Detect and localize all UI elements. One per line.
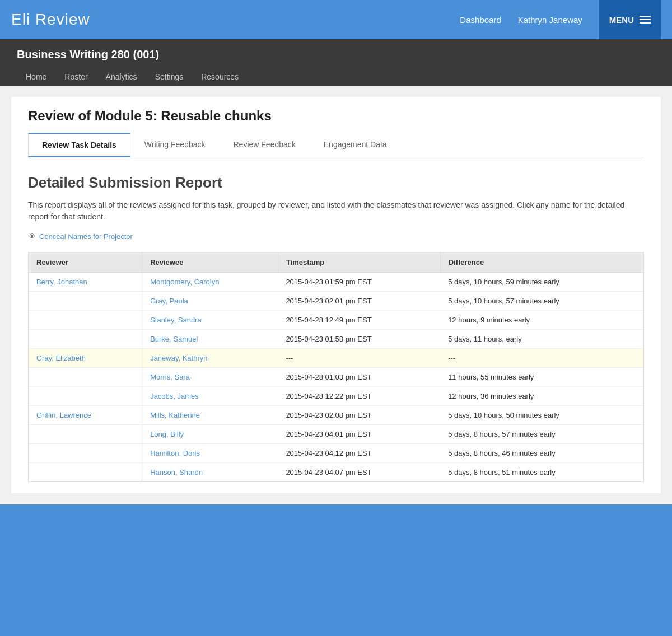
hamburger-icon: [640, 16, 651, 24]
reviewer-cell: Gray, Elizabeth: [29, 349, 142, 368]
reviewee-link[interactable]: Morris, Sara: [150, 373, 190, 381]
timestamp-cell: 2015-04-23 04:12 pm EST: [278, 444, 440, 463]
reviewer-cell: [29, 425, 142, 444]
reviewer-cell: [29, 463, 142, 482]
tab-engagement-data[interactable]: Engagement Data: [310, 133, 401, 157]
course-section: Business Writing 280 (001) Home Roster A…: [0, 39, 672, 86]
nav-resources[interactable]: Resources: [192, 68, 248, 86]
reviewee-link[interactable]: Montgomery, Carolyn: [150, 278, 219, 286]
report-description: This report displays all of the reviews …: [28, 199, 644, 223]
reviewee-link[interactable]: Hanson, Sharon: [150, 468, 203, 476]
conceal-names-label: Conceal Names for Projector: [39, 232, 133, 241]
difference-cell: 5 days, 10 hours, 50 minutes early: [440, 406, 643, 425]
reviewee-cell: Janeway, Kathryn: [142, 349, 278, 368]
reviewee-cell: Montgomery, Carolyn: [142, 273, 278, 292]
user-link[interactable]: Kathryn Janeway: [518, 15, 582, 25]
reviewee-cell: Hanson, Sharon: [142, 463, 278, 482]
reviewer-cell: [29, 444, 142, 463]
dashboard-link[interactable]: Dashboard: [460, 15, 501, 25]
table-row: Gray, Paula2015-04-23 02:01 pm EST5 days…: [29, 292, 644, 311]
nav-settings[interactable]: Settings: [146, 68, 193, 86]
timestamp-cell: 2015-04-23 01:58 pm EST: [278, 330, 440, 349]
reviewee-cell: Morris, Sara: [142, 368, 278, 387]
course-nav: Home Roster Analytics Settings Resources: [17, 68, 655, 86]
col-difference: Difference: [440, 252, 643, 273]
main-content: Review of Module 5: Reusable chunks Revi…: [0, 86, 672, 504]
reviewee-cell: Mills, Katherine: [142, 406, 278, 425]
table-row: Berry, JonathanMontgomery, Carolyn2015-0…: [29, 273, 644, 292]
app-logo: Eli Review: [11, 11, 90, 29]
tab-review-task-details[interactable]: Review Task Details: [28, 133, 130, 157]
difference-cell: 11 hours, 55 minutes early: [440, 368, 643, 387]
timestamp-cell: 2015-04-23 04:01 pm EST: [278, 425, 440, 444]
reviewee-cell: Hamilton, Doris: [142, 444, 278, 463]
table-row: Jacobs, James2015-04-28 12:22 pm EST12 h…: [29, 387, 644, 406]
reviewee-link[interactable]: Hamilton, Doris: [150, 449, 200, 457]
tab-review-feedback[interactable]: Review Feedback: [220, 133, 310, 157]
conceal-names-link[interactable]: 👁 Conceal Names for Projector: [28, 232, 644, 241]
report-title: Detailed Submission Report: [28, 174, 644, 191]
reviewer-cell: [29, 311, 142, 330]
reviewee-link[interactable]: Jacobs, James: [150, 392, 199, 400]
header-nav: Dashboard Kathryn Janeway MENU: [460, 0, 661, 39]
timestamp-cell: 2015-04-23 02:08 pm EST: [278, 406, 440, 425]
content-card: Review of Module 5: Reusable chunks Revi…: [11, 97, 661, 493]
table-row: Burke, Samuel2015-04-23 01:58 pm EST5 da…: [29, 330, 644, 349]
col-timestamp: Timestamp: [278, 252, 440, 273]
timestamp-cell: 2015-04-28 01:03 pm EST: [278, 368, 440, 387]
reviewer-cell: [29, 292, 142, 311]
reviewer-link[interactable]: Berry, Jonathan: [36, 278, 87, 286]
table-row: Morris, Sara2015-04-28 01:03 pm EST11 ho…: [29, 368, 644, 387]
course-title: Business Writing 280 (001): [17, 48, 655, 61]
reviewee-cell: Stanley, Sandra: [142, 311, 278, 330]
submission-table: Reviewer Reviewee Timestamp Difference B…: [28, 252, 644, 482]
nav-roster[interactable]: Roster: [55, 68, 96, 86]
reviewee-link[interactable]: Long, Billy: [150, 430, 184, 438]
table-row: Long, Billy2015-04-23 04:01 pm EST5 days…: [29, 425, 644, 444]
col-reviewee: Reviewee: [142, 252, 278, 273]
difference-cell: 5 days, 11 hours, early: [440, 330, 643, 349]
timestamp-cell: 2015-04-23 04:07 pm EST: [278, 463, 440, 482]
difference-cell: 5 days, 8 hours, 57 minutes early: [440, 425, 643, 444]
reviewee-link[interactable]: Stanley, Sandra: [150, 316, 202, 324]
menu-button[interactable]: MENU: [599, 0, 661, 39]
difference-cell: 5 days, 8 hours, 51 minutes early: [440, 463, 643, 482]
reviewer-cell: [29, 330, 142, 349]
table-row: Hamilton, Doris2015-04-23 04:12 pm EST5 …: [29, 444, 644, 463]
reviewee-link[interactable]: Gray, Paula: [150, 297, 188, 305]
reviewee-link[interactable]: Burke, Samuel: [150, 335, 198, 343]
reviewee-cell: Burke, Samuel: [142, 330, 278, 349]
reviewer-cell: [29, 387, 142, 406]
col-reviewer: Reviewer: [29, 252, 142, 273]
table-row: Hanson, Sharon2015-04-23 04:07 pm EST5 d…: [29, 463, 644, 482]
difference-cell: 5 days, 10 hours, 59 minutes early: [440, 273, 643, 292]
tabs-bar: Review Task Details Writing Feedback Rev…: [28, 133, 644, 157]
reviewee-link[interactable]: Mills, Katherine: [150, 411, 200, 419]
reviewee-cell: Gray, Paula: [142, 292, 278, 311]
difference-cell: 5 days, 8 hours, 46 minutes early: [440, 444, 643, 463]
difference-cell: 5 days, 10 hours, 57 minutes early: [440, 292, 643, 311]
tab-writing-feedback[interactable]: Writing Feedback: [130, 133, 220, 157]
reviewee-cell: Long, Billy: [142, 425, 278, 444]
top-header: Eli Review Dashboard Kathryn Janeway MEN…: [0, 0, 672, 39]
nav-analytics[interactable]: Analytics: [97, 68, 146, 86]
timestamp-cell: 2015-04-23 02:01 pm EST: [278, 292, 440, 311]
reviewee-link[interactable]: Janeway, Kathryn: [150, 354, 207, 362]
table-row: Griffin, LawrenceMills, Katherine2015-04…: [29, 406, 644, 425]
eye-icon: 👁: [28, 232, 36, 241]
reviewer-cell: [29, 368, 142, 387]
timestamp-cell: ---: [278, 349, 440, 368]
timestamp-cell: 2015-04-28 12:49 pm EST: [278, 311, 440, 330]
timestamp-cell: 2015-04-23 01:59 pm EST: [278, 273, 440, 292]
reviewer-cell: Griffin, Lawrence: [29, 406, 142, 425]
reviewee-cell: Jacobs, James: [142, 387, 278, 406]
reviewer-link[interactable]: Gray, Elizabeth: [36, 354, 86, 362]
page-title: Review of Module 5: Reusable chunks: [28, 108, 644, 124]
reviewer-cell: Berry, Jonathan: [29, 273, 142, 292]
difference-cell: 12 hours, 36 minutes early: [440, 387, 643, 406]
reviewer-link[interactable]: Griffin, Lawrence: [36, 411, 91, 419]
page-title-area: Review of Module 5: Reusable chunks Revi…: [11, 97, 661, 157]
nav-home[interactable]: Home: [17, 68, 55, 86]
difference-cell: 12 hours, 9 minutes early: [440, 311, 643, 330]
timestamp-cell: 2015-04-28 12:22 pm EST: [278, 387, 440, 406]
